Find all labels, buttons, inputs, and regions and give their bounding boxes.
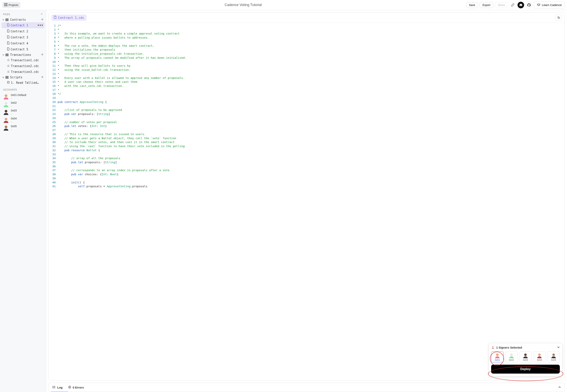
collapse-sidebar-icon[interactable] bbox=[41, 13, 43, 16]
learn-cadence-button[interactable]: Learn Cadence bbox=[534, 1, 565, 9]
files-header: FILES bbox=[1, 13, 44, 16]
list-icon bbox=[52, 385, 56, 390]
avatar-icon bbox=[537, 353, 542, 358]
file-item[interactable]: Contract 2 bbox=[1, 28, 44, 34]
file-item[interactable]: Transaction3.cdc bbox=[1, 69, 44, 75]
editor-area: Contract 1.cdc 1234567891011121314151617… bbox=[46, 10, 567, 392]
account-item[interactable]: 0x04-- bbox=[1, 116, 44, 124]
tab-bar: Contract 1.cdc bbox=[49, 13, 565, 23]
file-label: Transaction3.cdc bbox=[11, 70, 39, 74]
file-icon bbox=[7, 47, 10, 51]
account-label: 0x01-Default-- bbox=[11, 93, 26, 100]
file-label: 1. Read Tallied… bbox=[11, 81, 39, 84]
sidebar: FILES Contracts Contract 1••• Contract 2… bbox=[0, 10, 46, 392]
more-icon[interactable]: ••• bbox=[37, 24, 43, 27]
export-button[interactable]: Export bbox=[480, 2, 493, 8]
projects-label: Projects bbox=[9, 3, 18, 7]
deploy-panel: 1 Signers Selected 0x01 0x02 0x03 0x04 0… bbox=[489, 343, 562, 377]
svg-point-5 bbox=[5, 94, 7, 97]
errors-tab[interactable]: 0 Errors bbox=[68, 386, 84, 389]
chevron-down-icon bbox=[2, 76, 5, 78]
save-button[interactable]: Save bbox=[466, 2, 478, 8]
account-item[interactable]: 0x02-- bbox=[1, 100, 44, 108]
learn-label: Learn Cadence bbox=[542, 3, 562, 7]
file-item[interactable]: Contract 5 bbox=[1, 46, 44, 52]
main: FILES Contracts Contract 1••• Contract 2… bbox=[0, 10, 567, 392]
signer-0x03[interactable]: 0x03 bbox=[519, 351, 532, 362]
file-tab[interactable]: Contract 1.cdc bbox=[51, 14, 87, 21]
folder-icon bbox=[5, 18, 9, 21]
add-file-button[interactable] bbox=[41, 53, 44, 56]
account-item[interactable]: 0x05-- bbox=[1, 124, 44, 132]
file-label: Contract 3 bbox=[11, 36, 28, 39]
file-icon bbox=[7, 35, 10, 39]
copy-button[interactable] bbox=[555, 14, 562, 21]
signer-label: 0x03 bbox=[523, 359, 528, 361]
group-label: Transactions bbox=[10, 53, 31, 56]
svg-rect-3 bbox=[6, 5, 7, 6]
group-header-scripts[interactable]: Scripts bbox=[1, 75, 44, 80]
file-item[interactable]: Contract 1••• bbox=[1, 22, 44, 28]
signer-0x01[interactable]: 0x01 bbox=[491, 351, 504, 362]
log-bar[interactable]: Log 0 Errors bbox=[48, 383, 565, 392]
avatar-icon bbox=[3, 94, 9, 99]
svg-point-8 bbox=[5, 118, 7, 120]
link-icon[interactable] bbox=[509, 2, 516, 8]
code-editor[interactable]: 1234567891011121314151617181920212223242… bbox=[49, 23, 565, 380]
signer-label: 0x04 bbox=[537, 359, 542, 361]
grid-icon bbox=[4, 3, 7, 7]
signers-selected-text: 1 Signers Selected bbox=[496, 346, 555, 349]
editor-card: Contract 1.cdc 1234567891011121314151617… bbox=[48, 13, 565, 380]
tx-icon bbox=[7, 70, 10, 74]
avatar-icon bbox=[3, 125, 9, 131]
account-item[interactable]: 0x03-- bbox=[1, 108, 44, 116]
file-icon bbox=[7, 42, 10, 45]
svg-point-6 bbox=[5, 102, 7, 105]
person-icon bbox=[491, 346, 495, 350]
discord-icon[interactable] bbox=[518, 2, 524, 8]
file-label: Contract 5 bbox=[11, 48, 28, 51]
chevron-down-icon bbox=[557, 346, 560, 349]
avatar-icon bbox=[3, 109, 9, 115]
svg-point-9 bbox=[5, 126, 7, 128]
signer-label: 0x01 bbox=[495, 359, 500, 361]
signer-0x04[interactable]: 0x04 bbox=[533, 351, 546, 362]
file-icon bbox=[7, 24, 10, 27]
add-file-button[interactable] bbox=[41, 18, 44, 22]
file-item[interactable]: Contract 3 bbox=[1, 34, 44, 40]
file-item[interactable]: Transaction1.cdc bbox=[1, 57, 44, 63]
signer-0x02[interactable]: 0x02 bbox=[505, 351, 518, 362]
account-item[interactable]: 0x01-Default-- bbox=[1, 93, 44, 100]
group-label: Scripts bbox=[10, 76, 22, 79]
svg-point-13 bbox=[496, 354, 499, 356]
file-item[interactable]: 1. Read Tallied… bbox=[1, 80, 44, 86]
signer-0x05[interactable]: 0x05 bbox=[547, 351, 560, 362]
log-tab[interactable]: Log bbox=[52, 385, 63, 390]
svg-point-16 bbox=[538, 354, 541, 356]
svg-point-12 bbox=[492, 346, 494, 347]
svg-point-15 bbox=[524, 354, 527, 356]
account-label: 0x02-- bbox=[11, 101, 17, 107]
deploy-header[interactable]: 1 Signers Selected bbox=[491, 346, 560, 350]
errors-label: 0 Errors bbox=[73, 386, 84, 389]
file-tab-label: Contract 1.cdc bbox=[58, 16, 84, 20]
account-label: 0x03-- bbox=[11, 109, 17, 115]
share-button: Share bbox=[495, 2, 508, 8]
group-header-contracts[interactable]: Contracts bbox=[1, 17, 44, 22]
line-gutter: 1234567891011121314151617181920212223242… bbox=[49, 23, 58, 189]
add-file-button[interactable] bbox=[41, 76, 44, 79]
deploy-button[interactable]: Deploy bbox=[491, 365, 560, 374]
avatar-icon bbox=[523, 353, 528, 358]
file-item[interactable]: Contract 4 bbox=[1, 40, 44, 46]
svg-rect-0 bbox=[4, 3, 5, 4]
expand-log-icon[interactable] bbox=[558, 386, 561, 389]
svg-point-22 bbox=[53, 387, 53, 387]
projects-button[interactable]: Projects bbox=[2, 2, 20, 8]
svg-point-7 bbox=[5, 110, 7, 113]
file-item[interactable]: Transaction2.cdc bbox=[1, 63, 44, 69]
github-icon[interactable] bbox=[526, 2, 532, 8]
graduation-cap-icon bbox=[537, 3, 541, 7]
group-header-transactions[interactable]: Transactions bbox=[1, 52, 44, 57]
svg-point-21 bbox=[53, 386, 53, 386]
tx-icon bbox=[7, 58, 10, 62]
